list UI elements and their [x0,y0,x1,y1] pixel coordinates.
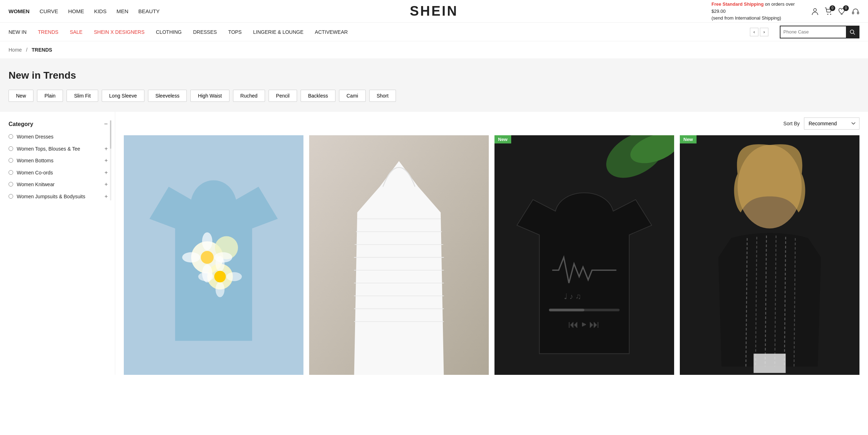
filter-high-waist[interactable]: High Waist [190,90,229,102]
filter-sleeveless[interactable]: Sleeveless [148,90,187,102]
product-area: Sort By Recommend Most Popular Newest Pr… [115,112,859,375]
scroll-thumb [110,120,111,149]
category-label-bottoms[interactable]: Women Bottoms [17,157,101,164]
category-radio-bottoms[interactable] [9,158,13,163]
product-card[interactable] [309,135,489,375]
top-bar-right: Free Standard Shipping on orders over $2… [711,1,859,22]
nav-prev-arrow[interactable]: ‹ [750,28,758,36]
nav-kids[interactable]: KIDS [94,8,106,14]
list-item: Women Dresses [9,133,108,141]
sec-nav-dresses[interactable]: DRESSES [193,29,217,35]
cart-icon[interactable]: 0 [825,7,832,15]
nav-arrows: ‹ › [750,28,768,36]
sec-nav-lingerie[interactable]: LINGERIE & LOUNGE [253,29,303,35]
product-card[interactable]: New [680,135,859,375]
expand-jumpsuits-button[interactable]: + [105,193,108,200]
category-radio-knitwear[interactable] [9,182,13,187]
sec-nav-clothing[interactable]: CLOTHING [156,29,181,35]
category-radio-tops[interactable] [9,146,13,151]
breadcrumb: Home / TRENDS [0,41,868,58]
svg-point-13 [182,252,200,263]
sort-select[interactable]: Recommend Most Popular Newest Price Low … [804,117,859,130]
svg-point-19 [227,272,242,281]
nav-women[interactable]: WOMEN [9,8,30,14]
svg-line-6 [853,33,855,35]
category-label-jumpsuits[interactable]: Women Jumpsuits & Bodysuits [17,193,101,200]
product-image [680,135,859,375]
svg-point-0 [814,9,816,11]
product-badge-new: New [680,135,697,143]
search-input[interactable] [780,29,846,35]
scroll-track[interactable] [110,120,111,200]
collapse-category-button[interactable]: − [104,120,108,128]
wishlist-badge: 0 [843,5,849,11]
filter-cami[interactable]: Cami [339,90,366,102]
hero-section: New in Trends New Plain Slim Fit Long Sl… [0,58,868,112]
headset-icon[interactable] [852,7,859,15]
search-button[interactable] [846,26,859,38]
sec-nav-tops[interactable]: TOPS [228,29,242,35]
nav-home[interactable]: HOME [68,8,84,14]
category-radio-dresses[interactable] [9,134,13,139]
expand-coords-button[interactable]: + [105,169,108,176]
account-icon[interactable] [811,7,819,15]
filter-slim-fit[interactable]: Slim Fit [67,90,98,102]
filter-short[interactable]: Short [369,90,396,102]
logo[interactable]: SHEIN [410,4,458,19]
sec-nav-new-in[interactable]: NEW IN [9,29,27,35]
list-item: Women Co-ords + [9,169,108,177]
product-card[interactable]: New ♩ ♪ ♫ [494,135,674,375]
product-image [124,135,303,375]
filter-plain[interactable]: Plain [37,90,63,102]
expand-tops-button[interactable]: + [105,146,108,152]
product-image: ♩ ♪ ♫ ⏮ ▶ ⏭ [494,135,674,375]
category-radio-coords[interactable] [9,170,13,175]
sec-nav-sale[interactable]: SALE [70,29,83,35]
filter-ruched[interactable]: Ruched [233,90,265,102]
nav-curve[interactable]: CURVE [39,8,58,14]
product-grid: New ♩ ♪ ♫ [124,135,859,375]
svg-rect-4 [857,12,859,14]
expand-bottoms-button[interactable]: + [105,157,108,164]
main-content: Category − Women Dresses Women Tops, Blo… [0,112,868,375]
svg-point-11 [202,232,212,251]
list-item: Women Tops, Blouses & Tee + [9,146,108,153]
svg-point-20 [214,271,226,282]
filter-backless[interactable]: Backless [301,90,335,102]
sec-nav-shein-x[interactable]: SHEIN X DESIGNERS [94,29,144,35]
filter-long-sleeve[interactable]: Long Sleeve [102,90,144,102]
nav-beauty[interactable]: BEAUTY [138,8,160,14]
product-card[interactable] [124,135,303,375]
category-label-coords[interactable]: Women Co-ords [17,169,101,177]
svg-point-17 [216,282,224,297]
filter-pencil[interactable]: Pencil [269,90,297,102]
top-bar: WOMEN CURVE HOME KIDS MEN BEAUTY SHEIN F… [0,0,868,23]
svg-rect-47 [753,354,785,373]
category-label-dresses[interactable]: Women Dresses [17,133,108,141]
shipping-info: Free Standard Shipping on orders over $2… [711,1,804,22]
svg-point-18 [198,272,213,281]
sec-nav-activewear[interactable]: ACTIVEWEAR [315,29,348,35]
category-radio-jumpsuits[interactable] [9,194,13,199]
sidebar-scroll: Category − Women Dresses Women Tops, Blo… [9,120,108,200]
svg-rect-3 [852,12,854,14]
sec-nav-trends[interactable]: TRENDS [38,29,59,35]
breadcrumb-current: TRENDS [32,47,52,53]
list-item: Women Bottoms + [9,157,108,164]
top-nav-links: WOMEN CURVE HOME KIDS MEN BEAUTY [9,8,160,14]
breadcrumb-home[interactable]: Home [9,47,22,53]
wishlist-icon[interactable]: 0 [838,7,846,15]
shipping-sub: (send from International Shipping) [711,15,781,21]
filter-new[interactable]: New [9,90,33,102]
svg-text:♩ ♪ ♫: ♩ ♪ ♫ [564,292,581,301]
nav-men[interactable]: MEN [116,8,128,14]
expand-knitwear-button[interactable]: + [105,181,108,188]
category-header: Category − [9,120,108,128]
category-label-knitwear[interactable]: Women Knitwear [17,181,101,188]
svg-point-2 [830,14,831,15]
nav-next-arrow[interactable]: › [760,28,768,36]
category-title: Category [9,121,33,127]
category-label-tops[interactable]: Women Tops, Blouses & Tee [17,146,101,153]
sort-bar: Sort By Recommend Most Popular Newest Pr… [124,112,859,135]
product-image [309,135,489,375]
